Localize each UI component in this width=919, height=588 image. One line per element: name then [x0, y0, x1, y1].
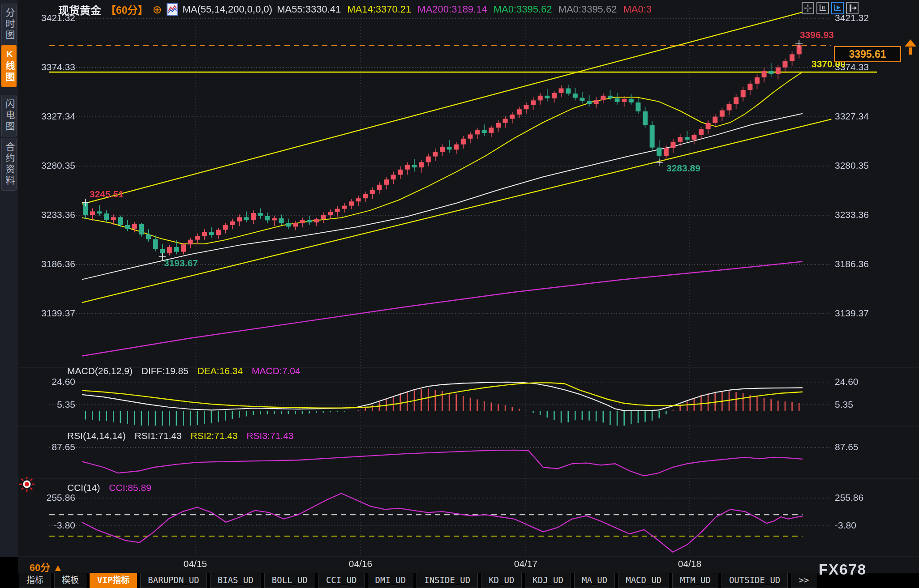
- rsi-params: RSI(14,14,14): [67, 430, 126, 441]
- tab-outside-ud[interactable]: OUTSIDE_UD: [721, 573, 788, 588]
- annotation-3283.89: 3283.89: [666, 163, 700, 174]
- trading-app: 分时图 K线图 闪电图 合约资料 现货黄金 【60分】 ⊕ MA(55,14,2…: [0, 0, 919, 588]
- ma-badge-4: MA0:3395.62: [558, 4, 617, 15]
- watermark: FX678: [819, 561, 867, 578]
- ma-badge-5: MA0:3: [623, 4, 652, 15]
- target-icon[interactable]: ⊕: [153, 3, 162, 16]
- price-tick-3374.33-left: 3374.33: [17, 62, 75, 72]
- rsi2-value: RSI2:71.43: [191, 430, 238, 441]
- tab-dmi-ud[interactable]: DMI_UD: [368, 573, 414, 588]
- ma-badge-1: MA14:3370.21: [347, 4, 411, 15]
- indicator-tab-bar: 指标模板VIP指标BARUPDN_UDBIAS_UDBOLL_UDCCI_UDD…: [0, 573, 919, 588]
- price-tick-3327.34-right: 3327.34: [835, 111, 893, 122]
- price-up-arrow-icon: [905, 39, 916, 55]
- tab-kdj-ud[interactable]: KDJ_UD: [525, 573, 571, 588]
- macd-params: MACD(26,12,9): [67, 366, 133, 376]
- tab--[interactable]: >>: [791, 573, 816, 588]
- symbol-title: 现货黄金: [58, 2, 101, 17]
- period-selector[interactable]: 60分 ▲: [30, 559, 63, 574]
- price-tick-3186.36-right: 3186.36: [835, 259, 893, 269]
- date-tick-04/16: 04/16: [349, 558, 373, 569]
- date-tick-04/18: 04/18: [678, 558, 702, 569]
- macd-dea-value: DEA:16.34: [198, 366, 243, 376]
- price-tick-3280.35-left: 3280.35: [17, 160, 75, 171]
- auto-scroll-button[interactable]: [831, 2, 844, 14]
- exit-chart-button[interactable]: [846, 2, 859, 14]
- ma-badge-3: MA0:3395.62: [494, 4, 552, 15]
- annotation-3396.93: 3396.93: [800, 30, 834, 40]
- macd-tick-24.6-left: 24.60: [17, 376, 75, 387]
- tab-指标[interactable]: 指标: [19, 573, 51, 588]
- chart-type-icon[interactable]: [167, 3, 178, 16]
- price-tick-3233.36-right: 3233.36: [835, 209, 893, 220]
- macd-value: MACD:7.04: [252, 366, 301, 376]
- tab-barupdn-ud[interactable]: BARUPDN_UD: [140, 573, 206, 588]
- annotation-3193.67: 3193.67: [164, 258, 198, 268]
- price-tick-3280.35-right: 3280.35: [835, 160, 893, 171]
- alert-dot-icon[interactable]: [19, 476, 35, 494]
- price-tick-3327.34-left: 3327.34: [17, 111, 75, 122]
- rsi-tick-87.65-left: 87.65: [17, 442, 75, 452]
- sidebar-item-time-chart[interactable]: 分时图: [1, 4, 17, 45]
- date-tick-04/15: 04/15: [184, 558, 207, 569]
- chart-canvas[interactable]: [0, 0, 919, 588]
- rsi-header: RSI(14,14,14) RSI1:71.43 RSI2:71.43 RSI3…: [67, 430, 300, 441]
- chart-header: 现货黄金 【60分】 ⊕ MA(55,14,200,0,0,0) MA55:33…: [58, 2, 658, 17]
- ma-badge-2: MA200:3189.14: [417, 4, 487, 15]
- tab-模板[interactable]: 模板: [54, 573, 86, 588]
- tab-macd-ud[interactable]: MACD_UD: [618, 573, 669, 588]
- current-price-box: 3395.61: [834, 46, 901, 62]
- toolbar-icons: [802, 2, 859, 14]
- tab-inside-ud[interactable]: INSIDE_UD: [417, 573, 478, 588]
- date-tick-04/17: 04/17: [514, 558, 538, 569]
- tab-vip指标[interactable]: VIP指标: [90, 573, 137, 588]
- price-tick-3139.37-right: 3139.37: [835, 308, 893, 319]
- price-tick-3139.37-left: 3139.37: [17, 308, 75, 319]
- tab-cci-ud[interactable]: CCI_UD: [318, 573, 365, 588]
- cci-header: CCI(14) CCI:85.89: [67, 482, 158, 493]
- price-tick-3233.36-left: 3233.36: [17, 209, 75, 220]
- annotation-3245.51: 3245.51: [90, 189, 124, 200]
- sidebar-item-contract-info[interactable]: 合约资料: [1, 138, 17, 191]
- rsi3-value: RSI3:71.43: [246, 430, 293, 441]
- axis-scale-button[interactable]: [816, 2, 829, 14]
- sidebar-item-candle-chart[interactable]: K线图: [1, 45, 17, 87]
- tab-boll-ud[interactable]: BOLL_UD: [264, 573, 315, 588]
- macd-header: MACD(26,12,9) DIFF:19.85 DEA:16.34 MACD:…: [67, 366, 307, 376]
- crosshair-tool-button[interactable]: [802, 2, 814, 14]
- sidebar: 分时图 K线图 闪电图 合约资料: [0, 0, 18, 557]
- macd-tick-5.35-left: 5.35: [17, 399, 75, 410]
- tab-kd-ud[interactable]: KD_UD: [481, 573, 522, 588]
- tab-mtm-ud[interactable]: MTM_UD: [672, 573, 718, 588]
- cci-value: CCI:85.89: [109, 482, 151, 493]
- rsi1-value: RSI1:71.43: [135, 430, 182, 441]
- ma-settings: MA(55,14,200,0,0,0): [183, 4, 273, 15]
- macd-tick-24.6-right: 24.60: [835, 376, 893, 387]
- ma-values: MA55:3330.41MA14:3370.21MA200:3189.14MA0…: [277, 4, 658, 15]
- cci-tick--3.8-left: -3.80: [17, 520, 75, 531]
- sidebar-item-flash-chart[interactable]: 闪电图: [1, 95, 17, 136]
- period-badge[interactable]: 【60分】: [106, 2, 148, 17]
- macd-tick-5.35-right: 5.35: [835, 399, 893, 410]
- cci-tick--3.8-right: -3.80: [835, 520, 893, 531]
- macd-diff-value: DIFF:19.85: [142, 366, 189, 376]
- tab-bias-ud[interactable]: BIAS_UD: [210, 573, 261, 588]
- tab-ma-ud[interactable]: MA_UD: [574, 573, 615, 588]
- rsi-tick-87.65-right: 87.65: [835, 442, 893, 452]
- cci-params: CCI(14): [67, 482, 100, 493]
- ma-badge-0: MA55:3330.41: [277, 4, 341, 15]
- price-tick-3186.36-left: 3186.36: [17, 259, 75, 269]
- cci-tick-255.86-right: 255.86: [835, 492, 893, 503]
